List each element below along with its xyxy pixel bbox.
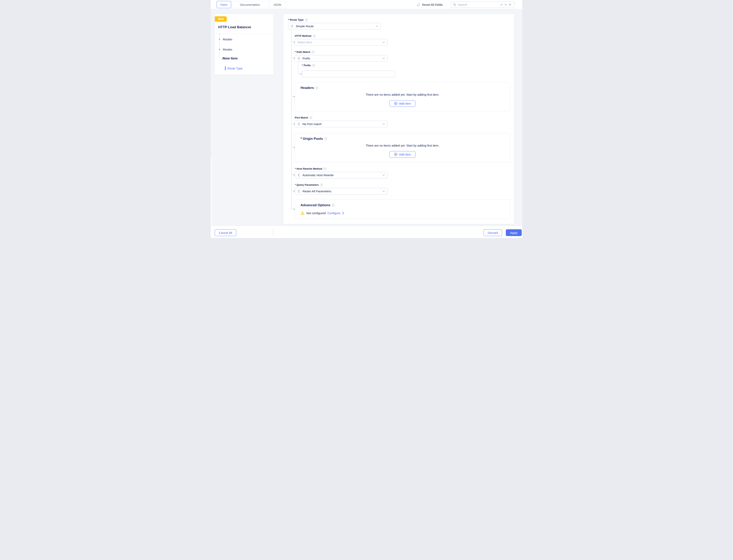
view-tab-group: Form Documentation JSON: [217, 1, 286, 8]
query-params-select[interactable]: Retain All Parameters: [295, 188, 387, 194]
prefix-input[interactable]: [302, 71, 395, 77]
tab-form-label: Form: [221, 3, 227, 6]
panel-title: HTTP Load Balancer: [218, 25, 251, 29]
host-rewrite-select[interactable]: Automatic Host Rewrite: [295, 172, 387, 178]
plus-circle-icon: [394, 153, 397, 156]
advanced-options-status-row: Not configured Configure: [301, 211, 344, 215]
route-type-value: Simple Route: [296, 24, 314, 28]
prefix-label: * Prefix: [302, 64, 311, 67]
info-icon[interactable]: [312, 51, 315, 53]
tree-line: [291, 189, 294, 191]
http-method-select[interactable]: Select item: [295, 39, 387, 46]
path-match-label: * Path Match: [295, 51, 310, 53]
search-box: [451, 1, 514, 8]
path-match-label-row: * Path Match: [295, 51, 315, 53]
tab-documentation-label: Documentation: [240, 3, 260, 6]
branch-icon: [297, 57, 301, 60]
host-rewrite-value: Automatic Host Rewrite: [303, 173, 334, 177]
chevron-down-icon: [382, 191, 385, 192]
chevron-down-icon: [382, 174, 385, 176]
advanced-options-status: Not configured: [306, 211, 326, 215]
route-type-select[interactable]: Simple Route: [288, 23, 380, 29]
origin-pools-add-item-label: Add Item: [399, 153, 411, 156]
cancel-all-button[interactable]: Cancel All: [215, 229, 236, 236]
search-input[interactable]: [458, 3, 497, 6]
search-icon: [453, 3, 456, 6]
sidebar-item-route-type[interactable]: Route Type: [227, 67, 243, 70]
chevron-down-icon: [375, 25, 378, 27]
origin-pools-title: * Origin Pools: [301, 137, 323, 141]
port-match-label-row: Port Match: [295, 116, 312, 119]
origin-pools-section: * Origin Pools There are no items added …: [295, 133, 510, 162]
info-icon[interactable]: [316, 87, 318, 89]
host-rewrite-label: * Host Rewrite Method: [295, 167, 322, 170]
tree-line: [291, 173, 294, 175]
port-match-label: Port Match: [295, 116, 308, 119]
http-method-label-row: HTTP Method: [295, 34, 316, 37]
new-badge: New: [215, 16, 227, 22]
left-panel-edge: [211, 157, 212, 226]
warning-icon: [301, 211, 305, 215]
info-icon[interactable]: [313, 35, 316, 37]
headers-add-item-button[interactable]: Add Item: [389, 100, 415, 107]
chevron-right-icon[interactable]: [342, 212, 344, 215]
footer-bar: Cancel All Discard Apply: [211, 226, 522, 238]
tab-json-label: JSON: [273, 3, 281, 6]
sidebar-item-routes-2[interactable]: Routes: [223, 48, 232, 51]
branch-icon: [297, 190, 301, 193]
info-icon[interactable]: [305, 18, 308, 21]
branch-icon: [297, 122, 301, 126]
plus-circle-icon: [394, 102, 397, 105]
tab-json[interactable]: JSON: [269, 1, 286, 8]
cancel-all-label: Cancel All: [219, 231, 232, 234]
sidebar-item-new-item[interactable]: New Item: [223, 56, 238, 60]
panel-divider: [215, 34, 273, 34]
info-icon[interactable]: [320, 184, 323, 186]
info-icon[interactable]: [324, 167, 327, 170]
route-type-label-row: * Route Type: [288, 18, 308, 21]
search-next-icon[interactable]: [503, 2, 508, 7]
active-item-bar: [225, 66, 226, 70]
prefix-label-row: * Prefix: [302, 64, 315, 67]
headers-title-row: Headers: [301, 86, 318, 90]
query-params-value: Retain All Parameters: [303, 190, 331, 193]
query-params-label: * Query Parameters: [295, 183, 319, 186]
discard-button[interactable]: Discard: [483, 229, 502, 236]
discard-label: Discard: [488, 231, 498, 234]
reset-label: Reset All Fields: [422, 3, 442, 6]
info-icon[interactable]: [325, 137, 327, 140]
info-icon[interactable]: [332, 204, 335, 207]
headers-title: Headers: [301, 86, 314, 90]
host-rewrite-label-row: * Host Rewrite Method: [295, 167, 327, 170]
chevron-down-icon: [382, 58, 385, 59]
configure-link[interactable]: Configure: [328, 211, 341, 215]
http-method-placeholder: Select item: [297, 41, 312, 44]
tree-line: [298, 62, 298, 72]
port-match-select[interactable]: No Port match: [295, 121, 387, 127]
sidebar-item-routes-1[interactable]: Routes: [223, 38, 232, 41]
path-match-select[interactable]: Prefix: [295, 55, 387, 62]
search-close-icon[interactable]: [508, 2, 512, 7]
tab-documentation[interactable]: Documentation: [231, 1, 269, 8]
tree-line: [291, 40, 294, 42]
tree-line: [291, 122, 294, 124]
reset-icon: [416, 3, 420, 7]
search-prev-icon[interactable]: [499, 2, 503, 7]
path-match-value: Prefix: [303, 57, 310, 60]
tab-form[interactable]: Form: [217, 1, 231, 8]
page: Form Documentation JSON Reset All Fields: [211, 0, 522, 238]
advanced-options-title-row: Advanced Options: [301, 203, 335, 207]
origin-pools-add-item-button[interactable]: Add Item: [389, 151, 415, 158]
apply-label: Apply: [510, 231, 517, 234]
info-icon[interactable]: [312, 64, 315, 67]
collapse-caret-icon[interactable]: [218, 33, 222, 36]
reset-all-fields-button[interactable]: Reset All Fields: [416, 0, 442, 9]
advanced-options-title: Advanced Options: [301, 203, 330, 207]
apply-button[interactable]: Apply: [506, 229, 522, 236]
tree-line: [291, 207, 294, 209]
info-icon[interactable]: [310, 116, 312, 119]
top-toolbar: Form Documentation JSON Reset All Fields: [211, 0, 522, 9]
headers-section: Headers There are no items added yet. St…: [295, 82, 510, 111]
tree-line: [291, 56, 294, 58]
navigation-panel: New HTTP Load Balancer Routes Routes New…: [215, 14, 274, 75]
